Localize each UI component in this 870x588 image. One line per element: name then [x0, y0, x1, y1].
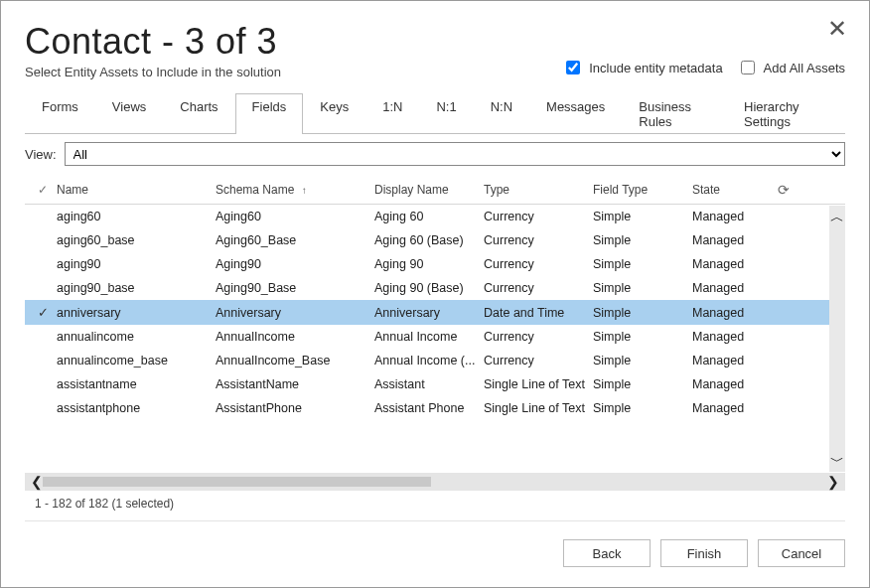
cell-fieldtype: Simple: [593, 401, 692, 415]
page-title: Contact - 3 of 3: [25, 21, 281, 63]
cell-display: Anniversary: [374, 306, 484, 320]
close-icon[interactable]: ✕: [827, 17, 847, 41]
row-check-icon[interactable]: ✓: [29, 305, 57, 320]
cell-fieldtype: Simple: [593, 233, 692, 247]
table-row[interactable]: aging90_baseAging90_BaseAging 90 (Base)C…: [25, 276, 845, 300]
cell-fieldtype: Simple: [593, 281, 692, 295]
cell-fieldtype: Simple: [593, 257, 692, 271]
col-name[interactable]: Name: [57, 183, 216, 197]
cell-display: Annual Income: [374, 330, 484, 344]
table-row[interactable]: aging60_baseAging60_BaseAging 60 (Base)C…: [25, 228, 845, 252]
tab-hierarchy-settings[interactable]: Hierarchy Settings: [727, 93, 845, 134]
table-row[interactable]: assistantnameAssistantNameAssistantSingl…: [25, 372, 845, 396]
cell-display: Aging 60: [374, 210, 484, 223]
header-block: Contact - 3 of 3 Select Entity Assets to…: [25, 21, 281, 79]
col-schema[interactable]: Schema Name ↑: [216, 183, 374, 197]
back-button[interactable]: Back: [563, 539, 651, 567]
add-all-assets-input[interactable]: [741, 61, 755, 74]
col-display[interactable]: Display Name: [374, 183, 484, 197]
fields-grid: ✓ Name Schema Name ↑ Display Name Type F…: [25, 176, 845, 511]
cell-schema: Aging60_Base: [216, 233, 374, 247]
cell-name: annualincome: [57, 330, 216, 344]
refresh-icon[interactable]: ⟳: [774, 182, 790, 198]
view-label: View:: [25, 147, 57, 162]
tab-keys[interactable]: Keys: [303, 93, 365, 134]
cell-state: Managed: [692, 233, 774, 247]
tab-n-n[interactable]: N:N: [474, 93, 529, 134]
cell-schema: Anniversary: [216, 306, 374, 320]
scroll-up-icon[interactable]: ︿: [830, 210, 844, 223]
table-row[interactable]: ✓anniversaryAnniversaryAnniversaryDate a…: [25, 300, 845, 325]
dialog: ✕ Contact - 3 of 3 Select Entity Assets …: [0, 0, 870, 588]
cell-name: assistantphone: [57, 401, 216, 415]
tab-1-n[interactable]: 1:N: [365, 93, 419, 134]
table-row[interactable]: annualincome_baseAnnualIncome_BaseAnnual…: [25, 349, 845, 372]
add-all-assets-checkbox[interactable]: Add All Assets: [737, 58, 845, 77]
table-row[interactable]: annualincomeAnnualIncomeAnnual IncomeCur…: [25, 325, 845, 349]
horizontal-scrollbar[interactable]: ❮ ❯: [25, 473, 845, 491]
cell-fieldtype: Simple: [593, 306, 692, 320]
cell-type: Currency: [484, 233, 593, 247]
cell-state: Managed: [692, 281, 774, 295]
include-metadata-label: Include entity metadata: [589, 61, 722, 75]
cell-type: Currency: [484, 210, 593, 223]
scroll-right-icon[interactable]: ❯: [827, 474, 839, 490]
cell-type: Single Line of Text: [484, 401, 593, 415]
cell-state: Managed: [692, 354, 774, 368]
cell-name: aging90_base: [57, 281, 216, 295]
add-all-assets-label: Add All Assets: [764, 61, 845, 75]
include-metadata-checkbox[interactable]: Include entity metadata: [562, 58, 722, 77]
tab-views[interactable]: Views: [95, 93, 163, 134]
checkmark-icon[interactable]: ✓: [29, 183, 57, 197]
header-row: Contact - 3 of 3 Select Entity Assets to…: [25, 21, 845, 79]
col-state[interactable]: State: [692, 183, 774, 197]
tab-charts[interactable]: Charts: [163, 93, 234, 134]
view-select[interactable]: All: [65, 142, 845, 166]
cell-type: Currency: [484, 281, 593, 295]
cell-state: Managed: [692, 210, 774, 223]
tab-messages[interactable]: Messages: [529, 93, 622, 134]
asset-options: Include entity metadata Add All Assets: [562, 58, 845, 77]
cell-schema: AssistantPhone: [216, 401, 374, 415]
cell-schema: Aging90: [216, 257, 374, 271]
tab-forms[interactable]: Forms: [25, 93, 95, 134]
include-metadata-input[interactable]: [566, 61, 580, 74]
grid-status: 1 - 182 of 182 (1 selected): [25, 497, 845, 511]
cell-schema: AnnualIncome_Base: [216, 354, 374, 368]
cell-fieldtype: Simple: [593, 377, 692, 391]
cell-display: Assistant: [374, 377, 484, 391]
col-fieldtype[interactable]: Field Type: [593, 183, 692, 197]
finish-button[interactable]: Finish: [660, 539, 748, 567]
entity-tabs: FormsViewsChartsFieldsKeys1:NN:1N:NMessa…: [25, 93, 845, 134]
cell-name: aging60_base: [57, 233, 216, 247]
scroll-thumb[interactable]: [43, 477, 431, 487]
vertical-scrollbar[interactable]: ︿ ﹀: [829, 206, 845, 472]
table-row[interactable]: aging90Aging90Aging 90CurrencySimpleMana…: [25, 252, 845, 276]
cell-schema: AssistantName: [216, 377, 374, 391]
grid-header: ✓ Name Schema Name ↑ Display Name Type F…: [25, 176, 845, 205]
tab-fields[interactable]: Fields: [235, 93, 304, 134]
scroll-down-icon[interactable]: ﹀: [830, 454, 844, 468]
scroll-left-icon[interactable]: ❮: [31, 474, 43, 490]
cell-schema: AnnualIncome: [216, 330, 374, 344]
cell-state: Managed: [692, 330, 774, 344]
cell-state: Managed: [692, 257, 774, 271]
table-row[interactable]: assistantphoneAssistantPhoneAssistant Ph…: [25, 396, 845, 420]
table-row[interactable]: aging60Aging60Aging 60CurrencySimpleMana…: [25, 205, 845, 228]
dialog-footer: Back Finish Cancel: [25, 521, 845, 567]
cancel-button[interactable]: Cancel: [758, 539, 845, 567]
page-subtitle: Select Entity Assets to Include in the s…: [25, 65, 281, 79]
tab-business-rules[interactable]: Business Rules: [622, 93, 727, 134]
view-row: View: All: [25, 142, 845, 166]
grid-body: aging60Aging60Aging 60CurrencySimpleMana…: [25, 205, 845, 469]
cell-type: Currency: [484, 354, 593, 368]
cell-state: Managed: [692, 306, 774, 320]
cell-fieldtype: Simple: [593, 210, 692, 223]
cell-schema: Aging90_Base: [216, 281, 374, 295]
col-type[interactable]: Type: [484, 183, 593, 197]
cell-display: Aging 90 (Base): [374, 281, 484, 295]
cell-name: assistantname: [57, 377, 216, 391]
cell-state: Managed: [692, 401, 774, 415]
tab-n-1[interactable]: N:1: [419, 93, 473, 134]
cell-name: aging90: [57, 257, 216, 271]
